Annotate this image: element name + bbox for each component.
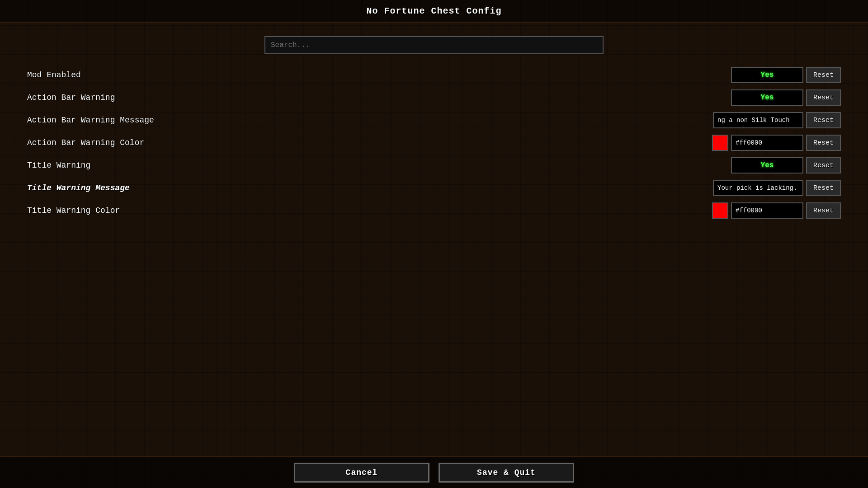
main-content: Mod EnabledYesResetAction Bar WarningYes… <box>0 23 868 233</box>
reset-btn-title-warning[interactable]: Reset <box>806 157 841 174</box>
setting-label-action-bar-warning-color: Action Bar Warning Color <box>27 138 144 147</box>
search-container <box>27 36 841 54</box>
setting-row-mod-enabled: Mod EnabledYesReset <box>27 66 841 84</box>
reset-btn-title-warning-message[interactable]: Reset <box>806 180 841 196</box>
reset-btn-mod-enabled[interactable]: Reset <box>806 67 841 83</box>
page-title: No Fortune Chest Config <box>366 6 501 16</box>
color-swatch-action-bar-warning-color[interactable] <box>712 135 728 151</box>
setting-row-action-bar-warning-message: Action Bar Warning MessageReset <box>27 111 841 130</box>
reset-btn-title-warning-color[interactable]: Reset <box>806 202 841 219</box>
setting-controls-title-warning: YesReset <box>731 157 841 174</box>
setting-controls-action-bar-warning-message: Reset <box>713 112 841 128</box>
text-input-title-warning-message[interactable] <box>713 180 803 196</box>
setting-row-action-bar-warning-color: Action Bar Warning ColorReset <box>27 133 841 152</box>
setting-label-action-bar-warning-message: Action Bar Warning Message <box>27 116 154 125</box>
color-input-title-warning-color[interactable] <box>731 202 803 219</box>
setting-label-mod-enabled: Mod Enabled <box>27 70 81 80</box>
setting-label-title-warning-message: Title Warning Message <box>27 183 130 192</box>
reset-btn-action-bar-warning-color[interactable]: Reset <box>806 135 841 151</box>
text-input-action-bar-warning-message[interactable] <box>713 112 803 128</box>
settings-list: Mod EnabledYesResetAction Bar WarningYes… <box>27 66 841 220</box>
color-input-action-bar-warning-color[interactable] <box>731 135 803 151</box>
save-quit-button[interactable]: Save & Quit <box>439 463 574 483</box>
setting-row-title-warning: Title WarningYesReset <box>27 156 841 175</box>
toggle-btn-mod-enabled[interactable]: Yes <box>731 67 803 83</box>
setting-row-title-warning-color: Title Warning ColorReset <box>27 201 841 220</box>
setting-controls-action-bar-warning: YesReset <box>731 89 841 106</box>
color-swatch-title-warning-color[interactable] <box>712 202 728 219</box>
cancel-button[interactable]: Cancel <box>294 463 429 483</box>
setting-row-title-warning-message: Title Warning MessageReset <box>27 178 841 197</box>
setting-label-title-warning: Title Warning <box>27 161 90 170</box>
setting-controls-mod-enabled: YesReset <box>731 67 841 83</box>
toggle-btn-title-warning[interactable]: Yes <box>731 157 803 174</box>
reset-btn-action-bar-warning-message[interactable]: Reset <box>806 112 841 128</box>
setting-controls-action-bar-warning-color: Reset <box>712 135 841 151</box>
top-bar: No Fortune Chest Config <box>0 0 868 23</box>
setting-controls-title-warning-color: Reset <box>712 202 841 219</box>
bottom-bar: Cancel Save & Quit <box>0 456 868 488</box>
setting-label-action-bar-warning: Action Bar Warning <box>27 93 115 102</box>
toggle-btn-action-bar-warning[interactable]: Yes <box>731 89 803 106</box>
search-input[interactable] <box>264 36 604 54</box>
setting-label-title-warning-color: Title Warning Color <box>27 206 120 215</box>
setting-controls-title-warning-message: Reset <box>713 180 841 196</box>
setting-row-action-bar-warning: Action Bar WarningYesReset <box>27 88 841 107</box>
reset-btn-action-bar-warning[interactable]: Reset <box>806 89 841 106</box>
